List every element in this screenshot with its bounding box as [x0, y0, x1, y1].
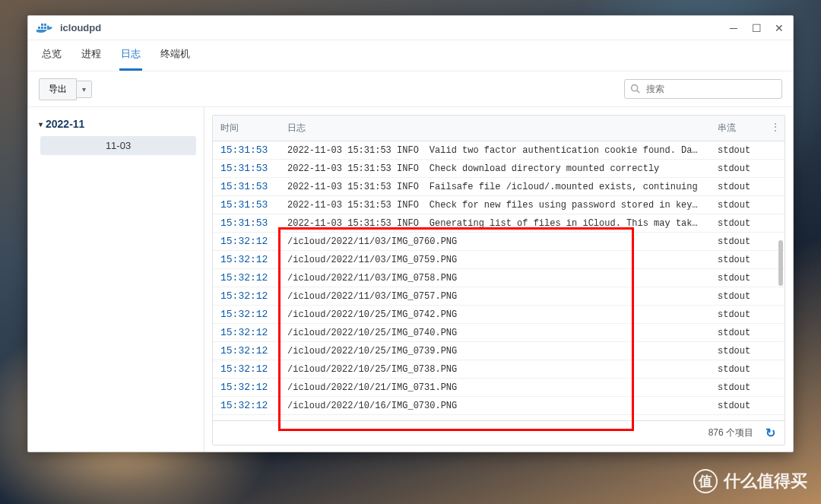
table-row[interactable]: 15:32:12/icloud/2022/11/03/IMG_0759.PNGs… [213, 251, 785, 269]
cell-log: /icloud/2022/10/25/IMG_0739.PNG [280, 343, 710, 360]
close-button[interactable]: ✕ [773, 22, 785, 34]
cell-log: /icloud/2022/10/16/IMG_0730.PNG [280, 398, 710, 414]
cell-time: 15:32:12 [213, 342, 280, 360]
cell-stream: stdout [710, 160, 763, 177]
watermark: 值 什么值得买 [693, 469, 807, 493]
table-row[interactable]: 15:31:532022-11-03 15:31:53 INFOValid tw… [213, 141, 785, 160]
cell-time: 15:32:12 [213, 251, 280, 268]
maximize-button[interactable]: ☐ [750, 22, 762, 34]
cell-stream: stdout [710, 252, 763, 268]
cell-log: 2022-11-03 15:31:53 INFOCheck for new fi… [280, 197, 710, 214]
cell-log: 2022-11-03 15:31:53 INFOValid two factor… [280, 142, 710, 159]
cell-stream: stdout [710, 379, 763, 396]
cell-log: /icloud/2022/11/03/IMG_0759.PNG [280, 252, 710, 268]
tab-overview[interactable]: 总览 [40, 41, 63, 71]
table-header: 时间 日志 串流 ⋮ [213, 116, 785, 141]
table-row[interactable]: 15:32:12/icloud/2022/10/25/IMG_0738.PNGs… [213, 360, 785, 379]
cell-log: 2022-11-03 15:31:53 INFOFailsafe file /i… [280, 179, 710, 195]
svg-rect-3 [41, 24, 43, 26]
cell-stream: stdout [710, 197, 763, 214]
table-row[interactable]: 15:32:12/icloud/2022/11/03/IMG_0757.PNGs… [213, 287, 785, 306]
tab-logs[interactable]: 日志 [119, 41, 142, 71]
table-row[interactable]: 15:32:12/icloud/2022/10/16/IMG_0730.PNGs… [213, 397, 785, 415]
export-dropdown-button[interactable]: ▾ [77, 81, 92, 98]
cell-log: /icloud/2022/10/21/IMG_0731.PNG [280, 379, 710, 396]
search-input[interactable] [624, 79, 782, 99]
col-header-menu[interactable]: ⋮ [763, 116, 785, 141]
cell-stream: stdout [710, 288, 763, 305]
cell-time: 15:32:12 [213, 233, 280, 250]
titlebar: icloudpd ─ ☐ ✕ [28, 16, 793, 40]
svg-point-5 [632, 85, 638, 91]
cell-log: /icloud/2022/10/25/IMG_0738.PNG [280, 361, 710, 378]
tab-bar: 总览 进程 日志 终端机 [28, 40, 793, 71]
minimize-button[interactable]: ─ [727, 22, 740, 34]
table-row[interactable]: 15:31:532022-11-03 15:31:53 INFOFailsafe… [213, 178, 785, 196]
svg-rect-2 [44, 27, 46, 29]
search-box [624, 79, 782, 99]
search-icon [630, 84, 640, 96]
cell-stream: stdout [710, 215, 763, 232]
table-row[interactable]: 15:31:532022-11-03 15:31:53 INFOCheck fo… [213, 196, 785, 214]
col-header-time[interactable]: 时间 [213, 116, 280, 141]
tab-terminal[interactable]: 终端机 [159, 41, 192, 71]
cell-log: /icloud/2022/11/03/IMG_0757.PNG [280, 288, 710, 305]
svg-rect-1 [41, 27, 43, 29]
table-row[interactable]: 15:32:12/icloud/2022/10/25/IMG_0742.PNGs… [213, 306, 785, 324]
table-row[interactable]: 15:31:532022-11-03 15:31:53 INFOGenerati… [213, 214, 785, 233]
cell-time: 15:31:53 [213, 196, 280, 214]
watermark-icon: 值 [693, 469, 718, 493]
cell-time: 15:32:12 [213, 397, 280, 414]
sidebar: 2022-11 11-03 [28, 107, 204, 452]
cell-time: 15:31:53 [213, 141, 280, 159]
watermark-text: 什么值得买 [724, 470, 807, 493]
cell-time: 15:32:12 [213, 360, 280, 378]
export-button[interactable]: 导出 [39, 78, 77, 100]
cell-log: 2022-11-03 15:31:53 INFOGenerating list … [280, 215, 710, 232]
table-row[interactable]: 15:31:532022-11-03 15:31:53 INFOCheck do… [213, 160, 785, 178]
svg-line-6 [637, 90, 639, 93]
table-row[interactable]: 15:32:12/icloud/2022/10/25/IMG_0739.PNGs… [213, 342, 785, 360]
col-header-log[interactable]: 日志 [280, 116, 710, 141]
cell-stream: stdout [710, 361, 763, 378]
cell-log: /icloud/2022/10/25/IMG_0740.PNG [280, 325, 710, 341]
cell-stream: stdout [710, 306, 763, 323]
table-row[interactable]: 15:32:12/icloud/2022/10/25/IMG_0740.PNGs… [213, 324, 785, 342]
item-count: 876 个项目 [708, 426, 753, 439]
sidebar-date-item[interactable]: 11-03 [40, 136, 196, 155]
svg-rect-4 [44, 24, 46, 26]
svg-rect-0 [38, 27, 40, 29]
cell-stream: stdout [710, 233, 763, 250]
window-title: icloudpd [60, 22, 101, 33]
docker-whale-icon [36, 21, 54, 35]
cell-stream: stdout [710, 179, 763, 195]
col-header-stream[interactable]: 串流 [710, 116, 763, 141]
cell-log: 2022-11-03 15:31:53 INFOCheck download d… [280, 160, 710, 177]
cell-time: 15:32:12 [213, 306, 280, 323]
log-panel: 时间 日志 串流 ⋮ 15:31:532022-11-03 15:31:53 I… [204, 107, 793, 452]
table-body: 15:31:532022-11-03 15:31:53 INFOValid tw… [213, 141, 785, 420]
table-row[interactable]: 15:32:12/icloud/2022/11/03/IMG_0758.PNGs… [213, 269, 785, 287]
cell-stream: stdout [710, 270, 763, 287]
table-row[interactable]: 15:32:12/icloud/2022/10/21/IMG_0731.PNGs… [213, 379, 785, 397]
sidebar-group-label: 2022-11 [46, 118, 84, 130]
cell-stream: stdout [710, 398, 763, 414]
cell-time: 15:31:53 [213, 160, 280, 177]
cell-time: 15:32:12 [213, 379, 280, 396]
cell-time: 15:32:12 [213, 269, 280, 287]
toolbar: 导出 ▾ [28, 71, 793, 107]
cell-log: /icloud/2022/10/25/IMG_0742.PNG [280, 306, 710, 323]
cell-time: 15:32:12 [213, 287, 280, 305]
cell-stream: stdout [710, 325, 763, 341]
app-window: icloudpd ─ ☐ ✕ 总览 进程 日志 终端机 导出 ▾ 2022-11… [27, 15, 794, 452]
sidebar-group[interactable]: 2022-11 [36, 115, 196, 133]
cell-stream: stdout [710, 142, 763, 159]
cell-log: /icloud/2022/11/03/IMG_0758.PNG [280, 270, 710, 287]
cell-time: 15:32:12 [213, 324, 280, 341]
tab-process[interactable]: 进程 [80, 41, 103, 71]
cell-time: 15:31:53 [213, 178, 280, 195]
table-row[interactable]: 15:32:12/icloud/2022/11/03/IMG_0760.PNGs… [213, 233, 785, 251]
scrollbar-thumb[interactable] [778, 240, 783, 286]
refresh-button[interactable]: ↻ [766, 426, 775, 440]
table-footer: 876 个项目 ↻ [213, 420, 785, 445]
